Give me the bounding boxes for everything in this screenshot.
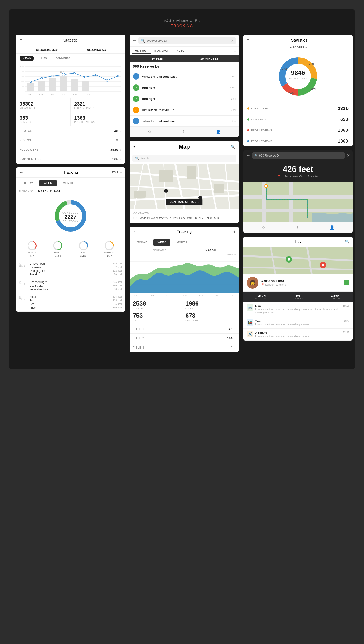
tracking-back-button[interactable]: ← [20,170,23,174]
left-column: ≡ Statistic FOLLOWERS 2530 FOLLOWING 652 [16,35,125,356]
airplane-desc: It was some time before he obtained any … [255,334,340,338]
tab-transport[interactable]: TRANSPORT [151,48,174,54]
tracking-stat-val-2: 753 [133,312,183,319]
tab-week-left[interactable]: WEEK [39,180,57,186]
chart-svg: 500 400 300 200 100 [20,64,122,96]
tracking-mid-header: ← Tracking + [130,227,239,237]
tab-today-mid[interactable]: TODAY [133,239,151,246]
tracking-edit-button[interactable]: EDIT [112,171,118,174]
tab-on-foot[interactable]: ON FOOT [132,48,151,54]
stat-list-item-2[interactable]: PROFILE VIEWS 1363 › [244,125,352,136]
videos-value: 5 [116,138,118,142]
tab-month-mid[interactable]: MONTH [172,239,191,246]
svg-text:2/18: 2/18 [27,94,32,96]
contact-title: CONTACTS [133,212,235,215]
stat-row-photos[interactable]: PHOTOS 48 › [16,126,125,136]
meal-item-0-3: Bread 80 kcal [30,273,122,276]
stat-list-item-1[interactable]: COMMENTS 653 › [244,114,352,125]
svg-point-62 [164,189,168,193]
search-icon: 🔍 [140,38,145,43]
stat-row-commenters[interactable]: COMMENTERS 235 › [16,154,125,164]
nav-search-box[interactable]: 🔍 ✕ [138,37,236,44]
title-right-0: 48 › [229,327,236,331]
nav-back-button[interactable]: ← [132,38,136,43]
food-name: Coca-Cola [30,284,42,287]
person-icon[interactable]: 👤 [216,130,221,134]
nav-right-search-box[interactable]: 🔍 960 Reserve Dr [252,152,345,158]
meal-time-2: ◷ 19:15 [19,295,27,300]
title-row-2[interactable]: TITLE 3 4 › [130,343,239,352]
nav-right-person-icon[interactable]: 👤 [330,225,334,230]
tab-comments[interactable]: COMMENTS [52,56,73,61]
tab-today-left[interactable]: TODAY [19,180,38,186]
office-button[interactable]: CENTRAL OFFICE › [166,198,202,206]
nav-step-1: → Turn right 220 ft [130,82,239,93]
food-cal: 305 kcal [112,280,122,284]
stat-item-val-0: 2321 [338,106,348,111]
meal-item-0-1: Espresso 2 kcal [30,266,122,269]
meal-item-2-2: Beer 215 kcal [30,302,122,306]
stat-label-3: PROFILE VIEWS [74,121,122,124]
nav-right-search-icon: 🔍 [254,154,258,157]
stat-row-videos[interactable]: VIDEOS 5 › [16,136,125,145]
food-name: Steak [30,295,37,298]
bus-time: 18:16 [342,304,350,307]
chevron-down-icon[interactable]: ▾ [305,46,307,49]
tab-likes[interactable]: LIKES [36,56,50,61]
nav-right-clear-button[interactable]: ✕ [347,153,350,158]
nav-right-share-icon[interactable]: ⤴ [296,225,298,230]
svg-point-22 [74,72,75,74]
protein-value: 20.2 g [106,255,112,257]
transport-bus: 🚌 Bus It was some time before he obtaine… [244,302,352,317]
stat-item-text-0: LIKES RECIVED [251,107,272,110]
title-row-1[interactable]: TITLE 2 694 › [130,334,239,343]
mid-column: ← 🔍 ✕ ON FOOT TRANSPORT AUTO ≡ 426 F [130,35,239,356]
nav-right-back-button[interactable]: ← [246,153,250,158]
tracking-title-left: Tracking [63,170,78,175]
stats-bar-cal: 13850 TOTAL CAL [316,292,352,302]
tracking-mid-plus-button[interactable]: + [233,230,236,234]
map-search-icon[interactable]: 🔍 [231,145,235,149]
fat-value: 25.8 g [80,255,87,257]
title-back-button[interactable]: ← [246,239,251,244]
tracking-mid-back-button[interactable]: ← [133,230,137,234]
stat-list-item-0[interactable]: LIKES RECIVED 2321 › [244,103,352,114]
tab-views[interactable]: VIEWS [20,56,34,61]
food-cal: 2 kcal [115,266,122,269]
map-search-bar[interactable]: 🔍 Search [132,155,236,162]
nav-search-input[interactable] [146,39,230,42]
nav-right-bookmark-icon[interactable]: ☆ [262,225,265,230]
svg-rect-59 [186,166,196,180]
svg-text:23%: 23% [309,62,314,65]
stat-row-followers[interactable]: FOLLOWERS 2530 › [16,145,125,154]
tracking-plus-button[interactable]: + [120,170,122,175]
stat-tabs: VIEWS LIKES COMMENTS [16,54,125,63]
tab-week-mid[interactable]: WEEK [153,239,170,246]
map-menu-icon[interactable]: ≡ [133,145,135,149]
stat-right-menu-icon[interactable]: ≡ [247,38,250,43]
map-contacts: CONTACTS GB. London: Baker Street 221b. … [130,209,239,223]
stat-cell-0: 95302 VIEWS TOTAL [16,98,70,112]
menu-icon[interactable]: ≡ [20,38,22,43]
bookmark-icon[interactable]: ☆ [148,130,152,134]
svg-rect-81 [244,209,352,212]
clear-icon[interactable]: ✕ [231,38,234,43]
commenters-value: 235 [112,157,118,161]
step-text-2: Turn right [142,97,229,100]
stat-cell-3: 1363 PROFILE VIEWS [70,112,125,126]
nav-step-4: ↑ Follow the road southeast 9 m [130,116,239,127]
transport-airplane: ✈️ Airplane It was some time before he o… [244,329,352,340]
filter-icon[interactable]: ≡ [234,49,236,53]
stat-val-0: 95302 [20,101,67,107]
train-desc: It was some time before he obtained any … [255,323,340,326]
stat-list-item-3[interactable]: PROFILE VIEWS 1363 › [244,136,352,146]
share-icon[interactable]: ⤴ [182,130,184,134]
tab-auto[interactable]: AUTO [174,48,188,54]
step-text-4: Follow the road southeast [142,120,229,123]
stat-item-text-1: COMMENTS [251,118,267,121]
tab-month-left[interactable]: MONTH [58,180,78,186]
tracking-stat-label-2: FAT [133,319,183,322]
title-search-icon[interactable]: 🔍 [345,240,350,244]
title-row-0[interactable]: TITLE 1 48 › [130,324,239,334]
avatar: 👩 [246,277,258,289]
